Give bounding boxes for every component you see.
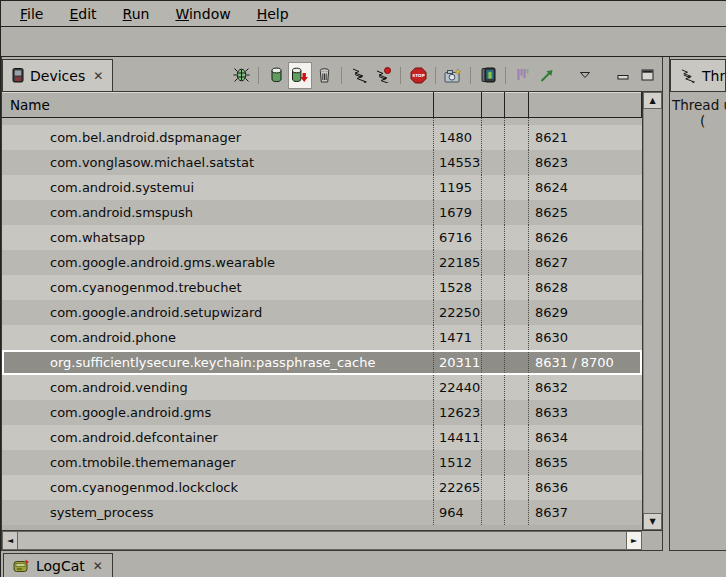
empty-cell [482,175,505,200]
screen-capture-button[interactable] [441,62,465,89]
process-row[interactable]: com.bel.android.dspmanager 1480 8621 [2,125,642,150]
vertical-scrollbar[interactable]: ▲ ▼ [642,92,662,530]
process-name: com.google.android.gms [2,400,434,425]
close-icon[interactable]: ✕ [93,559,103,573]
menu-item[interactable]: Edit [56,4,109,24]
process-pid: 22440 [434,375,482,400]
table-header: Name [2,92,642,118]
empty-cell [2,118,434,125]
process-row[interactable]: com.cyanogenmod.trebuchet 1528 8628 [2,275,642,300]
method-profiling-button[interactable] [371,62,395,89]
empty-cell [505,425,529,450]
cause-gc-button[interactable] [312,62,336,89]
empty-cell [482,300,505,325]
scroll-up-button[interactable]: ▲ [643,92,662,109]
tab-threads-label: Threads [702,68,726,84]
empty-cell [505,300,529,325]
column-header-port[interactable] [529,92,642,117]
empty-cell [482,150,505,175]
column-header-pid[interactable] [434,92,482,117]
process-row[interactable]: com.android.smspush 1679 8625 [2,200,642,225]
process-name: com.tmobile.thememanager [2,450,434,475]
empty-cell [505,325,529,350]
process-name: com.whatsapp [2,225,434,250]
column-header-name[interactable]: Name [2,92,434,117]
trash-icon [318,68,331,83]
toolbar-separator [435,67,436,84]
threads-message-line2: ( [670,113,726,129]
process-name: com.android.defcontainer [2,425,434,450]
process-row[interactable]: com.google.android.gms 12623 8633 [2,400,642,425]
tab-devices-label: Devices [30,68,85,84]
toolbar-strip [1,27,726,57]
horizontal-scroll-thumb[interactable] [18,531,626,550]
device-view-button[interactable] [476,62,500,89]
minimize-button[interactable] [611,62,635,89]
process-port: 8637 [529,500,642,525]
chevron-down-icon [579,71,591,79]
menu-item[interactable]: Help [244,4,302,24]
process-row[interactable]: org.sufficientlysecure.keychain:passphra… [2,350,642,375]
empty-cell [505,275,529,300]
process-row[interactable]: com.android.defcontainer 14411 8634 [2,425,642,450]
scroll-left-button[interactable]: ◄ [2,531,18,550]
view-menu-button[interactable] [573,62,597,89]
horizontal-scrollbar[interactable]: ◄ ► [2,531,642,550]
process-name: com.bel.android.dspmanager [2,125,434,150]
process-pid: 22265 [434,475,482,500]
vertical-scroll-thumb[interactable] [643,109,662,513]
process-row[interactable]: com.android.phone 1471 8630 [2,325,642,350]
process-port: 8628 [529,275,642,300]
process-table: Name [2,91,662,550]
menu-item[interactable]: Run [110,4,163,24]
dump-hprof-button[interactable] [288,62,312,89]
process-pid: 1195 [434,175,482,200]
process-pid: 14411 [434,425,482,450]
empty-cell [482,200,505,225]
menu-item[interactable]: File [7,4,56,24]
main-area: Devices ✕ [1,57,726,551]
process-pid: 1512 [434,450,482,475]
process-row[interactable]: com.whatsapp 6716 8626 [2,225,642,250]
threads-message: Thread up ( [670,91,726,550]
svg-text:STOP: STOP [412,73,425,78]
tab-logcat[interactable]: LogCat ✕ [3,553,113,577]
process-row[interactable]: com.android.systemui 1195 8624 [2,175,642,200]
process-row[interactable]: com.cyanogenmod.lockclock 22265 8636 [2,475,642,500]
toolbar-separator [258,67,259,84]
process-row[interactable]: com.android.vending 22440 8632 [2,375,642,400]
tab-devices[interactable]: Devices ✕ [2,59,113,91]
tracking-button[interactable] [535,62,559,89]
process-row[interactable]: system_process 964 8637 [2,500,642,525]
column-header-empty[interactable] [505,92,529,117]
hprof-cylinder-arrow-icon [291,67,309,83]
empty-cell [482,250,505,275]
process-port: 8627 [529,250,642,275]
update-heap-button[interactable] [264,62,288,89]
empty-cell [505,450,529,475]
debug-process-button[interactable] [229,62,253,89]
tab-threads[interactable]: Threads [670,59,726,91]
process-pid: 1528 [434,275,482,300]
scroll-right-button[interactable]: ► [626,531,642,550]
toolbar-separator [400,67,401,84]
empty-cell [482,350,505,375]
process-port: 8633 [529,400,642,425]
capture-trace-button[interactable] [511,62,535,89]
process-row[interactable]: com.google.android.gms.wearable 22185 86… [2,250,642,275]
process-row[interactable]: com.tmobile.thememanager 1512 8635 [2,450,642,475]
trace-bars-icon [516,68,531,82]
process-row[interactable]: com.google.android.setupwizard 22250 862… [2,300,642,325]
process-name: com.google.android.gms.wearable [2,250,434,275]
process-port: 8634 [529,425,642,450]
column-header-empty[interactable] [482,92,505,117]
update-threads-button[interactable] [347,62,371,89]
menu-item[interactable]: Window [162,4,243,24]
process-row[interactable]: com.vonglasow.michael.satstat 14553 8623 [2,150,642,175]
close-icon[interactable]: ✕ [93,69,103,83]
scroll-down-button[interactable]: ▼ [643,513,662,530]
empty-cell [482,500,505,525]
maximize-button[interactable] [635,62,659,89]
stop-process-button[interactable]: STOP [406,62,430,89]
devices-tab-row: Devices ✕ [2,57,662,91]
